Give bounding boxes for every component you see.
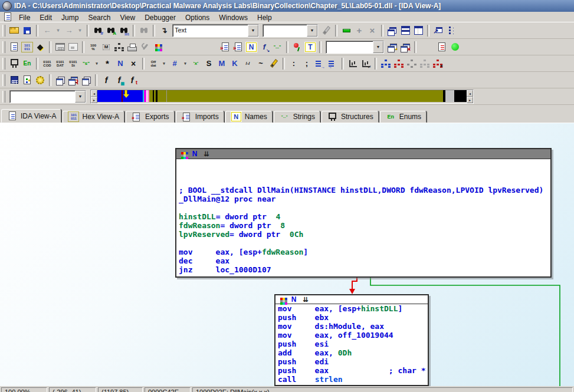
rebar-handle[interactable] (2, 74, 5, 86)
mdi-child-icon[interactable] (2, 12, 13, 22)
setup-wrench-button[interactable] (139, 42, 151, 52)
tab-imports[interactable]: »Imports (176, 111, 224, 123)
navband-address-combo[interactable]: ▼ (9, 90, 86, 103)
rebar-handle[interactable] (2, 91, 5, 103)
window-jump-button[interactable]: ↗ (432, 25, 444, 36)
search-direction-combo[interactable]: Text▼ (172, 24, 259, 37)
function-tail-button[interactable]: ft (126, 75, 138, 85)
exports-window-button[interactable]: » (219, 42, 231, 52)
flow-chart-button[interactable] (380, 58, 392, 69)
notepad-button[interactable] (436, 42, 448, 52)
user-xref-chart-button[interactable]: × (432, 58, 444, 69)
segment-button[interactable]: S (203, 58, 215, 69)
manual-operand-button[interactable]: M (216, 58, 228, 69)
make-array-button[interactable]: * (101, 58, 113, 69)
create-function-button[interactable]: f (100, 75, 112, 85)
navband-scroll-left-down-button[interactable]: ▸ (91, 97, 97, 103)
hex-view-button[interactable]: 101011 (21, 42, 33, 52)
save-database-button[interactable] (21, 25, 33, 36)
menu-debugger[interactable]: Debugger (140, 13, 181, 22)
basic-block-fallthrough-header[interactable]: N⇊ (275, 295, 428, 304)
xrefs-from-chart-button[interactable] (419, 58, 431, 69)
semicolon-button[interactable]: ; (301, 58, 313, 69)
tab-hex-view-a[interactable]: 101011Hex View-A (63, 111, 124, 123)
call-flow-chart-alt-button[interactable]: ↵ (360, 58, 372, 69)
rename-button[interactable]: N (114, 58, 126, 69)
navband-scroll-right-down-button[interactable]: ▸ (467, 97, 473, 103)
undefine-button[interactable]: × (127, 58, 139, 69)
navigate-forward-button[interactable]: → (63, 25, 75, 36)
script-command-button[interactable] (21, 75, 33, 85)
flowchart-diamond-button[interactable]: ◆ (34, 42, 46, 52)
windows-tile-vertical-button[interactable] (412, 25, 424, 36)
negate-button[interactable]: ~ (255, 58, 267, 69)
xrefs-to-chart-button[interactable] (406, 58, 418, 69)
search-names-button[interactable]: # (92, 25, 104, 36)
edit-disabled-button[interactable] (320, 25, 332, 36)
rebar-handle[interactable] (2, 25, 5, 37)
command-combo[interactable]: ▼ (263, 24, 318, 37)
function-calls-chart-button[interactable] (393, 58, 405, 69)
navband-segment-0[interactable] (97, 90, 143, 102)
navband-segment-5[interactable] (149, 90, 443, 102)
make-code-button[interactable]: 0101COD (41, 58, 53, 69)
windows-stack-button[interactable] (54, 75, 66, 85)
window-list-button[interactable] (445, 25, 457, 36)
navband-scroll-left-up-button[interactable]: ◂ (91, 90, 97, 97)
function-frame-button[interactable]: f▦ (113, 75, 125, 85)
names-window-button[interactable]: N (245, 42, 257, 52)
dropdown-arrow-icon[interactable]: ▼ (248, 25, 258, 37)
text-view-button[interactable] (8, 42, 20, 52)
basic-block-fallthrough[interactable]: N⇊mov eax, [esp+hinstDLL]push ebxmov ds:… (274, 294, 429, 386)
string-type-dropdown[interactable]: ▾ (93, 58, 100, 69)
image-button[interactable] (67, 42, 79, 52)
colors-palette-button[interactable] (152, 42, 164, 52)
rebar-handle[interactable] (2, 41, 5, 53)
delete-item-button[interactable]: × (366, 25, 378, 36)
dropdown-arrow-icon[interactable]: ▼ (307, 25, 317, 37)
tab-strings[interactable]: "..."Strings (274, 111, 320, 123)
operand-delim-button[interactable]: /-/ (242, 58, 254, 69)
graph-canvas[interactable]: N⇊; BOOL __stdcall DllMain(HINSTANCE hin… (0, 123, 574, 386)
char-button[interactable]: 'x' (190, 58, 202, 69)
menu-file[interactable]: File (14, 13, 35, 22)
strings-window-button[interactable]: "..." (271, 42, 283, 52)
number-dropdown[interactable]: ▾ (182, 58, 189, 69)
basic-block-dllmain-entry-header[interactable]: N⇊ (176, 149, 550, 159)
navigation-band[interactable] (97, 90, 467, 102)
tab-structures[interactable]: Structures (322, 111, 379, 123)
basic-block-dllmain-entry[interactable]: N⇊; BOOL __stdcall DllMain(HINSTANCE hin… (175, 148, 552, 278)
navigate-back-dropdown[interactable]: ▾ (54, 25, 62, 36)
stack-view-alt-button[interactable]: → (327, 58, 339, 69)
menu-search[interactable]: Search (83, 13, 115, 22)
duplicate-window-button[interactable] (80, 75, 92, 85)
search-again-button[interactable] (138, 25, 150, 36)
search-text-button[interactable]: A (105, 25, 117, 36)
number-button[interactable]: # (169, 58, 181, 69)
tab-names[interactable]: NNames (225, 111, 273, 123)
hide-item-button[interactable] (340, 25, 352, 36)
keyboard-window-button[interactable] (54, 42, 66, 52)
create-struct-button[interactable] (8, 58, 20, 69)
colon-button[interactable]: : (288, 58, 300, 69)
offset-button[interactable]: Offdat (147, 58, 159, 69)
tab-ida-view-a[interactable]: IDA View-A (1, 109, 61, 123)
recent-windows-button[interactable]: R (67, 75, 79, 85)
edit-pencil-button[interactable] (268, 58, 280, 69)
menu-jump[interactable]: Jump (57, 13, 83, 22)
menu-view[interactable]: View (115, 13, 140, 22)
offset-dropdown[interactable]: ▾ (160, 58, 168, 69)
print-button[interactable] (126, 42, 138, 52)
rebar-handle[interactable] (2, 58, 5, 70)
navband-segment-8[interactable] (454, 90, 467, 102)
menu-options[interactable]: Options (181, 13, 214, 22)
menu-edit[interactable]: Edit (35, 13, 57, 22)
navband-segment-7[interactable] (445, 90, 454, 102)
navigate-forward-dropdown[interactable]: ▾ (76, 25, 84, 36)
window-close-button[interactable]: × (399, 42, 411, 52)
navigate-back-button[interactable]: ← (41, 25, 53, 36)
menu-help[interactable]: Help (252, 13, 277, 22)
tab-exports[interactable]: »Exports (126, 111, 175, 123)
make-string-button[interactable]: "s" (80, 58, 92, 69)
dropdown-arrow-icon[interactable]: ▼ (373, 41, 383, 53)
